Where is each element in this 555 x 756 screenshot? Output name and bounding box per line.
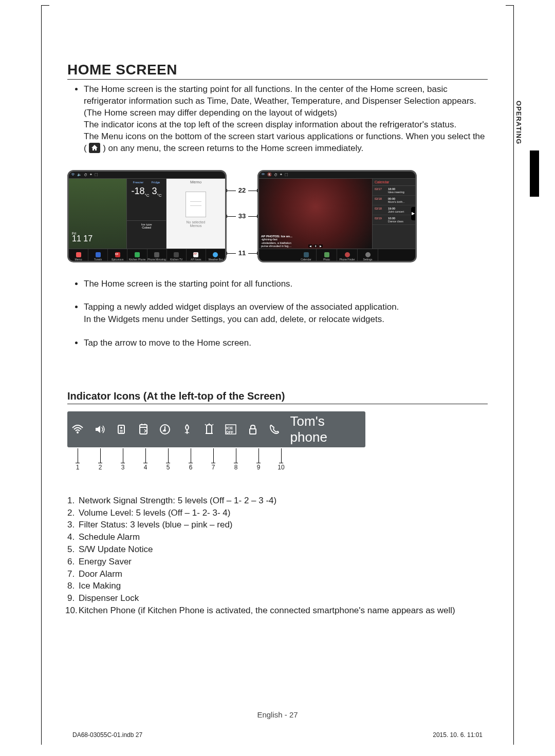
- home-screen-figure-2: 2 3 1 🔇 ⏱ ✦ ⬚ ◀ ▶ AP: [257, 170, 417, 262]
- energy-icon: ✦: [89, 173, 92, 177]
- memo-empty-1: No selected: [166, 220, 225, 224]
- menu-phone-finder[interactable]: Phone Finder: [337, 249, 358, 262]
- feature-bullet: The Home screen is the starting point fo…: [84, 278, 488, 290]
- legend-item: S/W Update Notice: [79, 543, 488, 556]
- intro-line-3: The Menu icons on the bottom of the scre…: [84, 131, 488, 155]
- clock-widget: Fri 11 17: [72, 232, 92, 243]
- svg-rect-2: [140, 425, 147, 434]
- home-screen-1: 🔈 ⏱ ✦ ⬚ ◀ ▶ Fri 11 17: [67, 170, 227, 262]
- legend-item: Dispenser Lock: [79, 592, 488, 604]
- side-tab: OPERATING: [513, 98, 539, 197]
- screenshots-row: 🔈 ⏱ ✦ ⬚ ◀ ▶ Fri 11 17: [67, 170, 488, 262]
- callout-1b: 1: [248, 253, 257, 254]
- legend-item: Energy Saver: [79, 556, 488, 568]
- legend-item: Network Signal Strength: 5 levels (Off –…: [79, 495, 488, 507]
- menu-epicurious[interactable]: epiEpicurious: [108, 249, 127, 262]
- svg-text:ICE: ICE: [226, 426, 233, 430]
- manual-page: OPERATING HOME SCREEN The Home screen is…: [41, 5, 514, 745]
- menu-ap-news[interactable]: APAP News: [187, 249, 206, 262]
- intro-line-2: The indicator icons at the top left of t…: [84, 119, 488, 131]
- door-icon: ⬚: [95, 173, 98, 177]
- menu-kitchen-tv[interactable]: Kitchen TV: [167, 249, 187, 262]
- calendar-title: Calendar: [373, 179, 415, 186]
- legend-item: Ice Making: [79, 580, 488, 592]
- wifi-icon: [261, 173, 265, 177]
- svg-point-1: [120, 427, 122, 429]
- volume-icon: 🔈: [77, 173, 82, 177]
- bottom-menu: Memo TuneIn epiEpicurious Kitchen Phone …: [69, 249, 225, 262]
- status-bar-2: 🔇 ⏱ ✦ ⬚: [259, 172, 415, 179]
- photo-playback-controls[interactable]: ◀⏸▶: [308, 244, 323, 248]
- side-tab-label: OPERATING: [513, 98, 524, 147]
- connected-phone-label: Tom's phone: [290, 413, 361, 445]
- memo-widget[interactable]: Memo No selected Memos: [166, 179, 225, 249]
- menu-memo[interactable]: Memo: [69, 249, 88, 262]
- legend-item: Filter Status: 3 levels (blue – pink – r…: [79, 519, 488, 531]
- nav-right-arrow[interactable]: ▶: [411, 207, 415, 220]
- callout-3: 3: [227, 216, 236, 217]
- update-icon: [159, 423, 172, 436]
- menu-kitchen-phone[interactable]: Kitchen Phone: [127, 249, 147, 262]
- calendar-widget[interactable]: Calendar 02/1718:00Idea meeting 02/1800:…: [372, 179, 415, 249]
- status-bar: 🔈 ⏱ ✦ ⬚: [69, 172, 225, 179]
- callout-2b: 2: [248, 191, 257, 191]
- menu-tunein[interactable]: TuneIn: [88, 249, 108, 262]
- feature-bullets: The Home screen is the starting point fo…: [67, 278, 488, 349]
- page-footer-right: 2015. 10. 6. 11:01: [433, 731, 483, 739]
- volume-icon: [94, 423, 106, 436]
- ice-type-value: Cubed: [129, 226, 164, 229]
- memo-title: Memo: [166, 180, 225, 184]
- svg-text:OFF: OFF: [226, 430, 234, 434]
- home-screen-figure-1: 🔈 ⏱ ✦ ⬚ ◀ ▶ Fri 11 17: [67, 170, 227, 262]
- menu-photo[interactable]: Photo: [317, 249, 337, 262]
- indicator-icon-bar: ICEOFF Tom's phone: [67, 411, 365, 447]
- wifi-icon: [71, 423, 84, 436]
- page-footer-left: DA68-03055C-01.indb 27: [72, 731, 142, 739]
- indicator-heading: Indicator Icons (At the left-top of the …: [67, 390, 488, 404]
- temperature-widget[interactable]: Freezer Fridge -18°C 3°C Ice type Cubed: [126, 179, 166, 249]
- mute-icon: 🔇: [267, 173, 272, 177]
- intro-list: The Home screen is the starting point fo…: [67, 84, 488, 119]
- menu-weather[interactable]: Weather Bot: [206, 249, 225, 262]
- legend-item: Volume Level: 5 levels (Off – 1- 2- 3- 4…: [79, 507, 488, 519]
- menu-phone-mirror[interactable]: Phone Mirroring: [147, 249, 167, 262]
- callout-1: 1: [227, 253, 236, 254]
- menu-calendar[interactable]: Calendar: [296, 249, 317, 262]
- intro-continuation: The indicator icons at the top left of t…: [67, 119, 488, 155]
- menu-settings[interactable]: Settings: [358, 249, 378, 262]
- svg-rect-7: [250, 429, 256, 434]
- door-alarm-icon: [202, 423, 215, 436]
- fridge-label: Fridge: [151, 181, 160, 184]
- legend-item: Schedule Alarm: [79, 531, 488, 543]
- energy-icon: ✦: [280, 173, 283, 177]
- lock-icon: [246, 423, 259, 436]
- bottom-menu-2: Calendar Photo Phone Finder Settings: [259, 249, 415, 262]
- feature-bullet: Tapping a newly added widget displays an…: [84, 301, 488, 326]
- fridge-temp: 3: [152, 186, 157, 196]
- legend-item: Kitchen Phone (if Kitchen Phone is activ…: [79, 604, 488, 617]
- news-photo-widget[interactable]: AP PHOTOS: Ice an... -ightning-fast -obs…: [259, 179, 372, 249]
- schedule-icon: ⏱: [274, 173, 278, 177]
- door-icon: ⬚: [285, 173, 288, 177]
- photo-title: AP PHOTOS: Ice an...: [261, 235, 370, 238]
- calendar-row: 02/1910:00Dance class: [373, 215, 415, 225]
- calendar-row: 02/1819:00Joint concert: [373, 205, 415, 215]
- wifi-icon: [71, 173, 75, 177]
- freezer-label: Freezer: [133, 181, 144, 184]
- energy-saver-icon: [181, 423, 194, 436]
- ice-making-icon: ICEOFF: [225, 423, 237, 436]
- page-footer-center: English - 27: [42, 710, 513, 719]
- side-tab-marker: [530, 150, 539, 197]
- intro-bullet: The Home screen is the starting point fo…: [84, 84, 488, 119]
- feature-bullet: Tap the arrow to move to the Home screen…: [84, 337, 488, 349]
- filter-icon: [115, 423, 128, 436]
- weather-photo-widget[interactable]: Fri 11 17: [69, 179, 126, 249]
- calendar-row: 02/1718:00Idea meeting: [373, 186, 415, 196]
- home-screen-2: 🔇 ⏱ ✦ ⬚ ◀ ▶ AP PHOTOS: Ice an... -ightni…: [257, 170, 417, 262]
- indicator-icon-legend: Network Signal Strength: 5 levels (Off –…: [67, 495, 488, 617]
- callout-3b: 3: [248, 216, 257, 217]
- schedule-icon: [137, 423, 150, 436]
- freezer-temp: -18: [131, 186, 144, 196]
- page-title: HOME SCREEN: [67, 62, 488, 80]
- indicator-number-row: 1 2 3 4 5 6 7 8 9 10: [67, 448, 365, 474]
